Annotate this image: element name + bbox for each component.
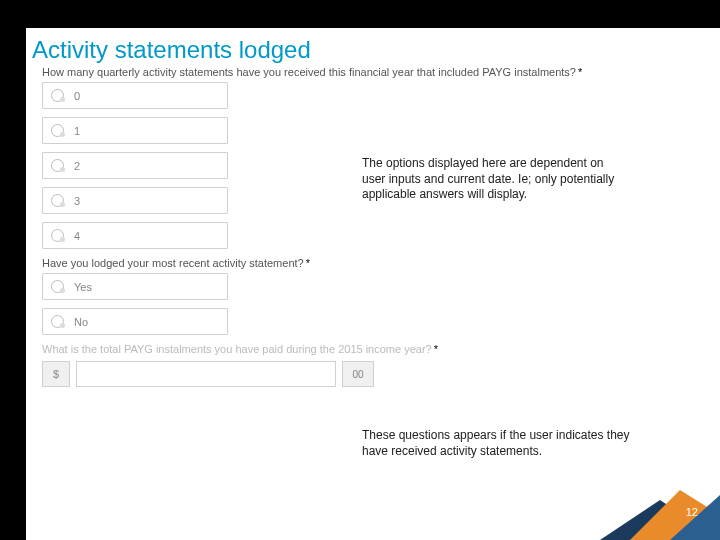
required-mark: * (576, 66, 582, 78)
radio-icon[interactable] (51, 280, 64, 293)
radio-icon[interactable] (51, 315, 64, 328)
option-row[interactable]: 2 (42, 152, 228, 179)
option-label: No (74, 316, 88, 328)
radio-icon[interactable] (51, 89, 64, 102)
question-1: How many quarterly activity statements h… (42, 66, 720, 78)
option-label: 0 (74, 90, 80, 102)
amount-input[interactable] (76, 361, 336, 387)
option-row[interactable]: 1 (42, 117, 228, 144)
question-3: What is the total PAYG instalments you h… (42, 343, 720, 355)
option-label: Yes (74, 281, 92, 293)
cents-label: 00 (342, 361, 374, 387)
currency-input-row: $ 00 (42, 361, 720, 387)
annotation-1: The options displayed here are dependent… (362, 156, 622, 203)
required-mark: * (432, 343, 438, 355)
radio-icon[interactable] (51, 194, 64, 207)
slide: Activity statements lodged How many quar… (26, 28, 720, 540)
page-number: 12 (686, 506, 698, 518)
option-label: 2 (74, 160, 80, 172)
annotation-2: These questions appears if the user indi… (362, 428, 652, 459)
option-row[interactable]: 0 (42, 82, 228, 109)
currency-symbol: $ (42, 361, 70, 387)
option-label: 4 (74, 230, 80, 242)
radio-icon[interactable] (51, 229, 64, 242)
option-row[interactable]: 3 (42, 187, 228, 214)
radio-icon[interactable] (51, 124, 64, 137)
option-row[interactable]: No (42, 308, 228, 335)
option-row[interactable]: Yes (42, 273, 228, 300)
radio-icon[interactable] (51, 159, 64, 172)
page-title: Activity statements lodged (32, 36, 720, 64)
svg-marker-1 (630, 490, 720, 540)
question-3-text: What is the total PAYG instalments you h… (42, 343, 432, 355)
question-1-text: How many quarterly activity statements h… (42, 66, 576, 78)
question-2-text: Have you lodged your most recent activit… (42, 257, 304, 269)
corner-decoration (600, 460, 720, 540)
option-row[interactable]: 4 (42, 222, 228, 249)
question-2: Have you lodged your most recent activit… (42, 257, 720, 269)
option-label: 1 (74, 125, 80, 137)
required-mark: * (304, 257, 310, 269)
svg-marker-0 (600, 500, 720, 540)
option-label: 3 (74, 195, 80, 207)
